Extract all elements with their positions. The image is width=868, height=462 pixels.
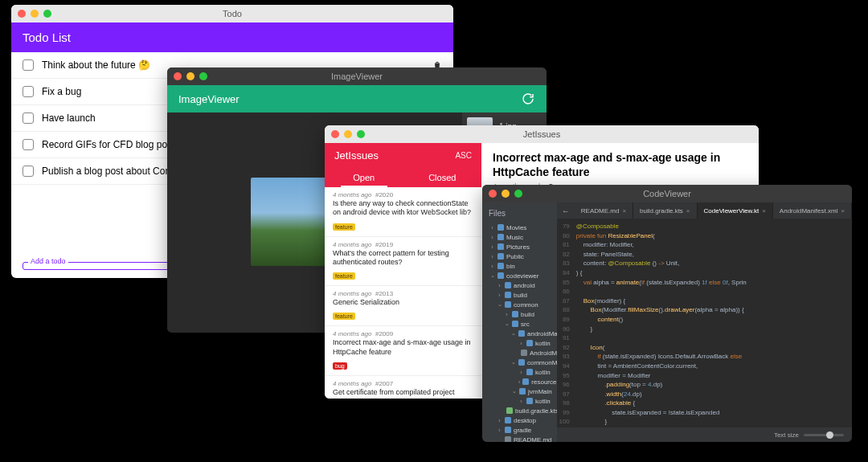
sort-button[interactable]: ASC xyxy=(455,151,472,160)
tree-node[interactable]: ›kotlin xyxy=(482,367,557,377)
code-line[interactable]: 94 tint = AmbientContentColor.current, xyxy=(557,362,852,371)
tree-node[interactable]: ›desktop xyxy=(482,415,557,425)
checkbox-icon[interactable] xyxy=(23,112,34,124)
tree-node[interactable]: ›build xyxy=(482,290,557,300)
code-line[interactable]: 95 modifier = Modifier xyxy=(557,371,852,381)
tree-node[interactable]: ⌄jvmMain xyxy=(482,386,557,396)
close-icon[interactable]: × xyxy=(841,207,845,215)
slider-thumb[interactable] xyxy=(826,431,833,439)
refresh-icon[interactable] xyxy=(521,92,535,106)
chevron-icon[interactable]: ⌄ xyxy=(511,388,517,395)
editor-tab[interactable]: README.md× xyxy=(575,202,633,219)
maximize-icon[interactable] xyxy=(514,190,522,198)
code-line[interactable]: 80private fun ResizablePanel( xyxy=(557,231,852,241)
chevron-icon[interactable]: ⌄ xyxy=(489,272,495,279)
issue-item[interactable]: 4 months ago #2009Incorrect max-age and … xyxy=(325,326,481,376)
tree-node[interactable]: ›Public xyxy=(482,251,557,261)
chevron-icon[interactable]: ⌄ xyxy=(497,301,502,308)
tree-node[interactable]: ›Music xyxy=(482,232,557,242)
chevron-icon[interactable]: › xyxy=(489,264,495,269)
tree-node[interactable]: ›kotlin xyxy=(482,338,557,348)
titlebar[interactable]: Todo xyxy=(11,5,453,22)
close-icon[interactable] xyxy=(331,130,339,138)
maximize-icon[interactable] xyxy=(357,130,365,138)
checkbox-icon[interactable] xyxy=(23,139,34,150)
chevron-icon[interactable]: › xyxy=(489,254,495,260)
text-size-slider[interactable] xyxy=(804,434,844,436)
chevron-icon[interactable]: › xyxy=(518,370,524,375)
chevron-icon[interactable]: ⌄ xyxy=(504,321,510,327)
code-line[interactable]: 91 xyxy=(557,333,852,343)
code-line[interactable]: 98 .clickable { xyxy=(557,399,852,408)
tree-node[interactable]: ›Movies xyxy=(482,223,557,232)
close-icon[interactable] xyxy=(489,190,497,198)
chevron-icon[interactable]: ⌄ xyxy=(511,359,516,366)
issue-item[interactable]: 4 months ago #2019What's the correct pat… xyxy=(325,237,481,287)
code-line[interactable]: 84) { xyxy=(557,268,852,278)
code-area[interactable]: 79@Composable80private fun ResizablePane… xyxy=(557,219,852,427)
file-tree[interactable]: Files ›Movies›Music›Pictures›Public›bin⌄… xyxy=(482,202,557,442)
tree-node[interactable]: ›Pictures xyxy=(482,242,557,251)
tree-node[interactable]: build.gradle.kts xyxy=(482,406,557,415)
tree-node[interactable]: ⌄src xyxy=(482,319,557,329)
chevron-icon[interactable]: › xyxy=(489,244,495,250)
code-line[interactable]: 90 } xyxy=(557,325,852,334)
chevron-icon[interactable]: › xyxy=(518,341,524,346)
checkbox-icon[interactable] xyxy=(23,59,34,71)
minimize-icon[interactable] xyxy=(31,10,39,18)
minimize-icon[interactable] xyxy=(186,72,194,80)
back-icon[interactable]: ← xyxy=(557,202,575,219)
chevron-icon[interactable]: › xyxy=(489,225,495,231)
chevron-icon[interactable]: › xyxy=(497,427,502,433)
chevron-icon[interactable]: › xyxy=(497,292,502,298)
code-line[interactable]: 93 if (state.isExpanded) Icons.Default.A… xyxy=(557,352,852,362)
close-icon[interactable]: × xyxy=(762,207,766,215)
close-icon[interactable]: × xyxy=(622,207,626,215)
issue-item[interactable]: 4 months ago #2007Get certificate from c… xyxy=(325,376,481,399)
tree-node[interactable]: ⌄commonMain xyxy=(482,358,557,367)
titlebar[interactable]: JetIssues xyxy=(325,125,759,143)
tree-node[interactable]: README.md xyxy=(482,435,557,442)
tree-node[interactable]: ⌄common xyxy=(482,300,557,309)
checkbox-icon[interactable] xyxy=(23,86,34,97)
code-line[interactable]: 81 modifier: Modifier, xyxy=(557,240,852,250)
tree-node[interactable]: ›gradle xyxy=(482,425,557,435)
chevron-icon[interactable]: › xyxy=(497,283,502,288)
tree-node[interactable]: ⌄androidMain xyxy=(482,329,557,338)
editor-tab[interactable]: AndroidManifest.xml× xyxy=(773,202,852,219)
titlebar[interactable]: CodeViewer xyxy=(482,185,852,202)
editor-tab[interactable]: CodeViewerView.kt× xyxy=(698,202,773,219)
code-line[interactable]: 82 state: PanelState, xyxy=(557,250,852,260)
issues-list[interactable]: 4 months ago #2020Is there any way to ch… xyxy=(325,187,481,399)
close-icon[interactable] xyxy=(174,72,182,80)
chevron-icon[interactable]: › xyxy=(504,312,510,317)
code-line[interactable]: 92 Icon( xyxy=(557,343,852,353)
tab-open[interactable]: Open xyxy=(325,168,403,187)
chevron-icon[interactable]: ⌄ xyxy=(511,330,516,337)
tree-node[interactable]: ›bin xyxy=(482,261,557,271)
chevron-icon[interactable]: › xyxy=(518,399,524,404)
minimize-icon[interactable] xyxy=(344,130,352,138)
chevron-icon[interactable]: › xyxy=(497,418,502,423)
chevron-icon[interactable]: › xyxy=(489,235,495,240)
code-line[interactable]: 88 Box(Modifier.fillMaxSize().drawLayer(… xyxy=(557,305,852,315)
code-line[interactable]: 87 Box(modifier) { xyxy=(557,296,852,306)
tree-node[interactable]: AndroidManifest.xml xyxy=(482,348,557,358)
maximize-icon[interactable] xyxy=(199,72,207,80)
tree-node[interactable]: ›resources xyxy=(482,377,557,386)
tree-node[interactable]: ›android xyxy=(482,280,557,290)
tab-closed[interactable]: Closed xyxy=(403,168,482,187)
close-icon[interactable] xyxy=(18,10,26,18)
code-line[interactable]: 85 val alpha = animate(if (state.isExpan… xyxy=(557,278,852,288)
tree-node[interactable]: ›kotlin xyxy=(482,396,557,406)
code-line[interactable]: 100 } xyxy=(557,417,852,427)
tree-node[interactable]: ⌄codeviewer xyxy=(482,271,557,280)
code-line[interactable]: 89 content() xyxy=(557,315,852,325)
code-line[interactable]: 83 content: @Composable () -> Unit, xyxy=(557,259,852,268)
close-icon[interactable]: × xyxy=(686,207,690,215)
titlebar[interactable]: ImageViewer xyxy=(167,67,547,85)
chevron-icon[interactable]: › xyxy=(518,379,520,385)
maximize-icon[interactable] xyxy=(43,10,51,18)
minimize-icon[interactable] xyxy=(502,190,510,198)
tree-node[interactable]: ›build xyxy=(482,309,557,319)
